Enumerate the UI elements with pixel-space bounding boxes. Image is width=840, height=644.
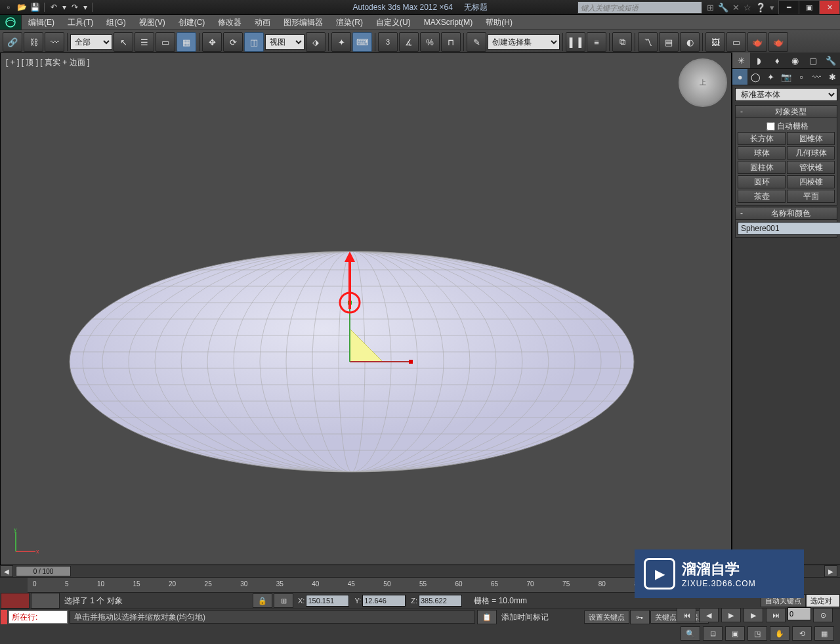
time-next-button[interactable]: ▶ bbox=[824, 565, 837, 577]
current-frame-input[interactable] bbox=[788, 607, 811, 620]
time-ruler[interactable]: 051015202530354045505560657075808590 bbox=[28, 578, 682, 593]
zoom-all-icon[interactable]: ⊡ bbox=[703, 626, 723, 641]
quick-render-icon[interactable]: 🫖 bbox=[768, 32, 788, 52]
app-menu-icon[interactable] bbox=[0, 15, 22, 30]
close-button[interactable]: ✕ bbox=[819, 0, 840, 14]
window-crossing-icon[interactable]: ▦ bbox=[177, 32, 196, 52]
coord-z-input[interactable] bbox=[419, 595, 462, 607]
menu-maxscript[interactable]: MAXScript(M) bbox=[417, 15, 480, 30]
goto-end-icon[interactable]: ⏭ bbox=[766, 608, 786, 622]
render-setup-icon[interactable]: 🖼 bbox=[705, 32, 725, 52]
viewcube[interactable]: 上 bbox=[679, 58, 724, 104]
curve-editor-icon[interactable]: 〽 bbox=[638, 32, 658, 52]
selected-dropdown[interactable]: 选定对 bbox=[806, 594, 840, 607]
menu-animation[interactable]: 动画 bbox=[248, 15, 277, 30]
menu-group[interactable]: 组(G) bbox=[100, 15, 132, 30]
maximize-vp-icon[interactable]: ▦ bbox=[814, 626, 834, 641]
rotate-icon[interactable]: ⟳ bbox=[223, 32, 243, 52]
lights-icon[interactable]: ✦ bbox=[763, 69, 778, 85]
lock-icon[interactable]: 🔒 bbox=[253, 593, 272, 608]
utilities-tab-icon[interactable]: 🔧 bbox=[822, 53, 840, 68]
keyboard-shortcut-icon[interactable]: ⌨ bbox=[352, 32, 372, 52]
exchange-icon[interactable]: ✕ bbox=[732, 3, 740, 12]
zoom-icon[interactable]: 🔍 bbox=[681, 626, 700, 641]
favorite-icon[interactable]: ☆ bbox=[744, 3, 751, 12]
minimize-button[interactable]: ━ bbox=[778, 0, 799, 14]
geometry-icon[interactable]: ● bbox=[732, 69, 747, 85]
edit-named-sel-icon[interactable]: ✎ bbox=[467, 32, 486, 52]
spacewarps-icon[interactable]: 〰 bbox=[809, 69, 824, 85]
category-dropdown[interactable]: 标准基本体 bbox=[735, 88, 837, 101]
snap-toggle-icon[interactable]: 3 bbox=[378, 32, 398, 52]
spinner-snap-icon[interactable]: ⊓ bbox=[441, 32, 461, 52]
undo-dd-icon[interactable]: ▾ bbox=[61, 2, 68, 12]
next-frame-icon[interactable]: ▶ bbox=[744, 608, 763, 622]
timetag-icon[interactable]: 📋 bbox=[477, 610, 497, 624]
shapes-icon[interactable]: ◯ bbox=[747, 69, 763, 85]
play-icon[interactable]: ▶ bbox=[721, 608, 741, 622]
select-object-icon[interactable]: ↖ bbox=[114, 32, 133, 52]
redo-icon[interactable]: ↷ bbox=[69, 2, 81, 12]
systems-icon[interactable]: ✱ bbox=[825, 69, 840, 85]
viewport-label[interactable]: [ + ] [ 顶 ] [ 真实 + 边面 ] bbox=[6, 57, 89, 68]
open-icon[interactable]: 📂 bbox=[16, 2, 28, 12]
box-button[interactable]: 长方体 bbox=[738, 132, 786, 145]
help-icon[interactable]: ❔ bbox=[755, 3, 766, 12]
layer-icon[interactable]: ⧉ bbox=[612, 32, 632, 52]
menu-modifiers[interactable]: 修改器 bbox=[211, 15, 248, 30]
autogrid-checkbox[interactable] bbox=[766, 122, 775, 131]
named-selection-dropdown[interactable]: 创建选择集 bbox=[488, 34, 560, 50]
unlink-icon[interactable]: ⛓ bbox=[24, 32, 43, 52]
sphere-button[interactable]: 球体 bbox=[738, 146, 786, 160]
redo-dd-icon[interactable]: ▾ bbox=[82, 2, 89, 12]
motion-tab-icon[interactable]: ◉ bbox=[786, 53, 804, 68]
pivot-icon[interactable]: ⬗ bbox=[306, 32, 326, 52]
menu-graph[interactable]: 图形编辑器 bbox=[277, 15, 329, 30]
manipulate-icon[interactable]: ✦ bbox=[331, 32, 351, 52]
mirror-icon[interactable]: ▌▐ bbox=[566, 32, 585, 52]
angle-snap-icon[interactable]: ∡ bbox=[399, 32, 419, 52]
tube-button[interactable]: 管状锥 bbox=[787, 161, 835, 174]
trackbar-icon2[interactable] bbox=[31, 593, 60, 609]
menu-create[interactable]: 创建(C) bbox=[172, 15, 212, 30]
save-icon[interactable]: 💾 bbox=[29, 2, 41, 12]
comm-center-icon[interactable]: ⊞ bbox=[707, 3, 714, 12]
name-color-rollout[interactable]: -名称和颜色 bbox=[735, 207, 837, 220]
coord-x-input[interactable] bbox=[306, 595, 349, 607]
goto-start-icon[interactable]: ⏮ bbox=[677, 608, 696, 622]
object-name-input[interactable] bbox=[738, 222, 840, 235]
timetag-label[interactable]: 添加时间标记 bbox=[497, 612, 584, 623]
render-prod-icon[interactable]: 🫖 bbox=[747, 32, 767, 52]
pan-icon[interactable]: ✋ bbox=[770, 626, 789, 641]
torus-button[interactable]: 圆环 bbox=[738, 175, 786, 188]
pyramid-button[interactable]: 四棱锥 bbox=[787, 175, 835, 188]
trackbar-icon[interactable] bbox=[1, 593, 30, 609]
display-tab-icon[interactable]: ▢ bbox=[804, 53, 822, 68]
menu-rendering[interactable]: 渲染(R) bbox=[329, 15, 369, 30]
ref-coord-dropdown[interactable]: 视图 bbox=[265, 34, 304, 50]
zoom-region-icon[interactable]: ◳ bbox=[747, 626, 767, 641]
hierarchy-tab-icon[interactable]: ♦ bbox=[768, 53, 786, 68]
undo-icon[interactable]: ↶ bbox=[48, 2, 60, 12]
menu-tools[interactable]: 工具(T) bbox=[61, 15, 100, 30]
viewport[interactable]: [ + ] [ 顶 ] [ 真实 + 边面 ] 上 bbox=[0, 53, 732, 565]
cameras-icon[interactable]: 📷 bbox=[778, 69, 793, 85]
maximize-button[interactable]: ▣ bbox=[799, 0, 820, 14]
selection-filter-dropdown[interactable]: 全部 bbox=[70, 34, 112, 50]
menu-customize[interactable]: 自定义(U) bbox=[369, 15, 417, 30]
material-icon[interactable]: ◐ bbox=[680, 32, 700, 52]
setkey-button[interactable]: 设置关键点 bbox=[584, 611, 629, 624]
orbit-icon[interactable]: ⟲ bbox=[792, 626, 812, 641]
search-input[interactable] bbox=[578, 1, 702, 14]
menu-help[interactable]: 帮助(H) bbox=[479, 15, 519, 30]
bind-icon[interactable]: 〰 bbox=[45, 32, 64, 52]
prev-frame-icon[interactable]: ◀ bbox=[699, 608, 719, 622]
select-region-icon[interactable]: ▭ bbox=[156, 32, 175, 52]
menu-edit[interactable]: 编辑(E) bbox=[22, 15, 61, 30]
create-tab-icon[interactable]: ✳ bbox=[732, 53, 750, 68]
modify-tab-icon[interactable]: ◗ bbox=[750, 53, 768, 68]
time-config-icon[interactable]: ⊙ bbox=[813, 608, 833, 622]
cone-button[interactable]: 圆锥体 bbox=[787, 132, 835, 145]
link-icon[interactable]: 🔗 bbox=[3, 32, 22, 52]
render-frame-icon[interactable]: ▭ bbox=[726, 32, 746, 52]
